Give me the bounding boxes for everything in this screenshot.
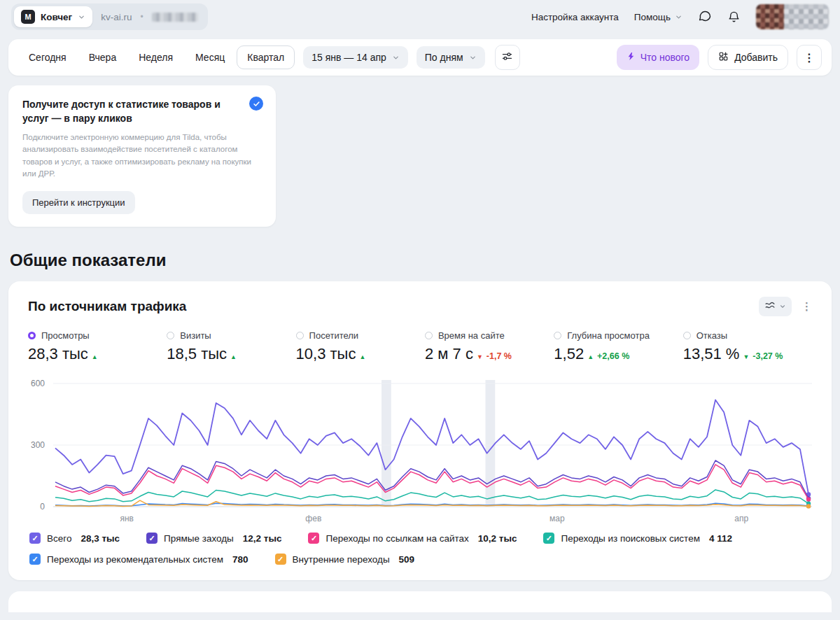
traffic-chart-svg	[53, 380, 812, 509]
legend-search-engines[interactable]: ✓ Переходы из поисковых систем 4 112	[543, 533, 732, 544]
next-card-sliver	[8, 591, 832, 612]
trend-arrow: ▲	[92, 353, 98, 360]
top-header: M Ковчег kv-ai.ru • Настройка аккаунта П…	[0, 0, 840, 34]
metric-bounce-rate[interactable]: Отказы 13,51 %▼-3,27 %	[683, 330, 812, 363]
site-domain[interactable]: kv-ai.ru	[101, 12, 132, 22]
metrica-dashboard: M Ковчег kv-ai.ru • Настройка аккаунта П…	[0, 0, 840, 620]
metric-radio	[167, 332, 174, 339]
period-month[interactable]: Месяц	[185, 45, 235, 69]
metric-visitors[interactable]: Посетители 10,3 тыс▲	[296, 330, 425, 363]
notifications-bell-icon[interactable]	[727, 10, 741, 24]
trend-delta: -3,27 %	[752, 351, 783, 361]
period-quarter[interactable]: Квартал	[237, 45, 295, 69]
separator-dot: •	[141, 12, 144, 22]
verified-check-icon	[249, 97, 263, 111]
toolbar-kebab-menu[interactable]: ⋮	[797, 45, 822, 70]
card-kebab-menu[interactable]: ⋮	[802, 300, 812, 313]
lightning-icon	[626, 51, 636, 64]
traffic-sources-card: По источникам трафика ⋮ Просмотры 28,3 т…	[8, 281, 832, 580]
chevron-down-icon	[392, 54, 400, 62]
metric-radio	[683, 332, 691, 339]
trend-arrow: ▲	[359, 353, 365, 360]
counter-selector[interactable]: M Ковчег	[14, 6, 92, 27]
granularity-select[interactable]: По дням	[416, 46, 485, 69]
trend-arrow: ▲	[587, 353, 594, 360]
add-widget-icon	[718, 51, 729, 64]
line-chart-icon	[764, 300, 776, 313]
chart-type-selector[interactable]	[759, 297, 792, 316]
legend-recommendation-systems[interactable]: ✓ Переходы из рекомендательных систем 78…	[29, 554, 248, 565]
chevron-down-icon	[675, 13, 682, 21]
trend-arrow: ▲	[230, 353, 237, 360]
section-title: Общие показатели	[10, 251, 840, 270]
metric-visits[interactable]: Визиты 18,5 тыс▲	[167, 330, 295, 363]
counter-group: M Ковчег kv-ai.ru •	[11, 3, 208, 30]
period-yesterday[interactable]: Вчера	[78, 45, 127, 69]
trend-arrow: ▼	[477, 353, 483, 360]
metric-radio	[554, 332, 561, 339]
legend-site-links[interactable]: ✓ Переходы по ссылкам на сайтах 10,2 тыс	[308, 533, 517, 544]
account-settings-link[interactable]: Настройка аккаунта	[531, 12, 619, 22]
add-button[interactable]: Добавить	[708, 45, 788, 70]
metric-page-depth[interactable]: Глубина просмотра 1,52▲+2,66 %	[554, 330, 682, 363]
segment-filter-button[interactable]	[495, 45, 520, 70]
header-actions: Настройка аккаунта Помощь	[531, 4, 829, 29]
metric-radio	[296, 332, 304, 339]
promo-description: Подключите электронную коммерцию для Til…	[22, 132, 262, 180]
chart-area: 0300600	[28, 380, 812, 509]
y-axis-labels: 0300600	[28, 380, 53, 509]
period-toolbar: Сегодня Вчера Неделя Месяц Квартал 15 ян…	[8, 39, 832, 76]
checkbox-checked-icon[interactable]: ✓	[29, 554, 41, 565]
chevron-down-icon	[78, 13, 85, 21]
legend-direct[interactable]: ✓ Прямые заходы 12,2 тыс	[146, 533, 281, 544]
whats-new-button[interactable]: Что нового	[617, 45, 699, 70]
checkbox-checked-icon[interactable]: ✓	[308, 533, 319, 544]
trend-arrow: ▼	[743, 353, 749, 360]
chevron-down-icon	[469, 54, 477, 62]
checkbox-checked-icon[interactable]: ✓	[146, 533, 158, 544]
date-range-picker[interactable]: 15 янв — 14 апр	[303, 46, 408, 69]
avatar[interactable]	[756, 4, 829, 29]
metric-radio	[28, 332, 36, 339]
period-today[interactable]: Сегодня	[18, 45, 77, 69]
trend-delta: +2,66 %	[597, 351, 629, 361]
period-week[interactable]: Неделя	[128, 45, 183, 69]
chart-legend: ✓ Всего 28,3 тыс ✓ Прямые заходы 12,2 ты…	[29, 533, 771, 565]
chat-icon[interactable]	[698, 10, 712, 24]
blurred-site-label	[152, 13, 198, 22]
checkbox-checked-icon[interactable]: ✓	[543, 533, 554, 544]
toolbar-right-actions: Что нового Добавить ⋮	[617, 45, 822, 70]
trend-delta: -1,7 %	[486, 351, 512, 361]
promo-title: Получите доступ к статистике товаров и у…	[22, 98, 262, 125]
sliders-icon	[501, 50, 513, 65]
counter-name: Ковчег	[41, 12, 72, 22]
go-to-instructions-button[interactable]: Перейти к инструкции	[22, 191, 135, 214]
counter-logo-icon: M	[21, 10, 35, 24]
legend-total[interactable]: ✓ Всего 28,3 тыс	[29, 533, 120, 544]
help-menu[interactable]: Помощь	[634, 12, 682, 22]
checkbox-checked-icon[interactable]: ✓	[275, 554, 286, 565]
metric-views[interactable]: Просмотры 28,3 тыс▲	[28, 330, 167, 363]
x-axis-labels: янвфевмарапр	[53, 509, 812, 524]
card-title: По источникам трафика	[28, 299, 186, 314]
ecommerce-promo-card: Получите доступ к статистике товаров и у…	[8, 85, 276, 227]
chevron-down-icon	[779, 303, 786, 310]
metrics-row: Просмотры 28,3 тыс▲ Визиты 18,5 тыс▲ Пос…	[28, 330, 812, 363]
traffic-chart-plot[interactable]	[53, 380, 812, 509]
metric-time-on-site[interactable]: Время на сайте 2 м 7 с▼-1,7 %	[425, 330, 554, 363]
checkbox-checked-icon[interactable]: ✓	[29, 533, 41, 544]
metric-radio	[425, 332, 433, 339]
legend-internal[interactable]: ✓ Внутренние переходы 509	[275, 554, 415, 565]
